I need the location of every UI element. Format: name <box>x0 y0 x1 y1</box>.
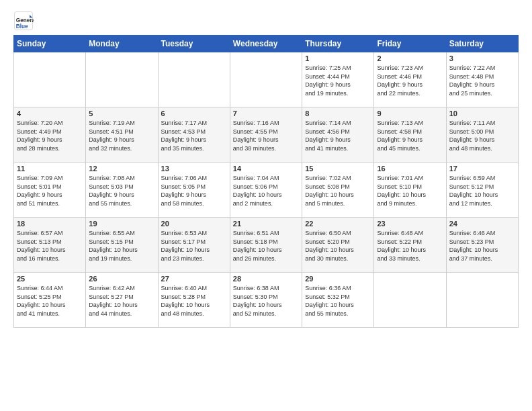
day-info: Sunrise: 7:23 AM Sunset: 4:46 PM Dayligh… <box>377 64 443 97</box>
day-info: Sunrise: 7:04 AM Sunset: 5:06 PM Dayligh… <box>233 174 299 208</box>
weekday-tuesday: Tuesday <box>158 36 230 52</box>
weekday-monday: Monday <box>86 36 158 52</box>
day-info: Sunrise: 6:40 AM Sunset: 5:28 PM Dayligh… <box>161 284 227 318</box>
day-number: 22 <box>305 220 371 228</box>
day-cell: 9Sunrise: 7:13 AM Sunset: 4:58 PM Daylig… <box>374 107 446 163</box>
day-number: 21 <box>233 220 299 228</box>
day-cell: 14Sunrise: 7:04 AM Sunset: 5:06 PM Dayli… <box>230 163 302 218</box>
day-number: 25 <box>17 275 83 283</box>
day-info: Sunrise: 6:53 AM Sunset: 5:17 PM Dayligh… <box>161 229 227 263</box>
day-info: Sunrise: 7:19 AM Sunset: 4:51 PM Dayligh… <box>89 119 154 152</box>
day-info: Sunrise: 7:14 AM Sunset: 4:56 PM Dayligh… <box>305 119 371 152</box>
day-cell: 24Sunrise: 6:46 AM Sunset: 5:23 PM Dayli… <box>446 218 518 273</box>
day-cell: 21Sunrise: 6:51 AM Sunset: 5:18 PM Dayli… <box>230 218 302 273</box>
week-row-5: 25Sunrise: 6:44 AM Sunset: 5:25 PM Dayli… <box>14 273 519 328</box>
day-info: Sunrise: 6:46 AM Sunset: 5:23 PM Dayligh… <box>449 229 515 263</box>
weekday-sunday: Sunday <box>14 36 86 52</box>
day-number: 23 <box>377 220 443 228</box>
day-cell: 25Sunrise: 6:44 AM Sunset: 5:25 PM Dayli… <box>14 273 86 328</box>
day-number: 15 <box>305 165 371 173</box>
day-cell: 17Sunrise: 6:59 AM Sunset: 5:12 PM Dayli… <box>446 163 518 218</box>
day-cell: 2Sunrise: 7:23 AM Sunset: 4:46 PM Daylig… <box>374 52 446 107</box>
week-row-3: 11Sunrise: 7:09 AM Sunset: 5:01 PM Dayli… <box>14 163 519 218</box>
day-number: 19 <box>89 220 154 228</box>
calendar-header: SundayMondayTuesdayWednesdayThursdayFrid… <box>14 36 519 52</box>
day-cell: 27Sunrise: 6:40 AM Sunset: 5:28 PM Dayli… <box>158 273 230 328</box>
day-number: 13 <box>161 165 227 173</box>
day-number: 2 <box>377 54 443 62</box>
day-info: Sunrise: 7:08 AM Sunset: 5:03 PM Dayligh… <box>89 174 154 208</box>
day-info: Sunrise: 7:17 AM Sunset: 4:53 PM Dayligh… <box>161 119 227 152</box>
day-info: Sunrise: 7:20 AM Sunset: 4:49 PM Dayligh… <box>17 119 83 152</box>
day-info: Sunrise: 7:22 AM Sunset: 4:48 PM Dayligh… <box>449 64 515 97</box>
day-number: 3 <box>449 54 515 62</box>
day-number: 28 <box>233 275 299 283</box>
day-number: 10 <box>449 109 515 118</box>
day-cell: 20Sunrise: 6:53 AM Sunset: 5:17 PM Dayli… <box>158 218 230 273</box>
day-number: 24 <box>449 220 515 228</box>
weekday-row: SundayMondayTuesdayWednesdayThursdayFrid… <box>14 36 519 52</box>
weekday-wednesday: Wednesday <box>230 36 302 52</box>
week-row-4: 18Sunrise: 6:57 AM Sunset: 5:13 PM Dayli… <box>14 218 519 273</box>
day-number: 1 <box>305 54 371 62</box>
day-info: Sunrise: 6:48 AM Sunset: 5:22 PM Dayligh… <box>377 229 443 263</box>
day-cell: 22Sunrise: 6:50 AM Sunset: 5:20 PM Dayli… <box>302 218 374 273</box>
day-cell: 12Sunrise: 7:08 AM Sunset: 5:03 PM Dayli… <box>86 163 158 218</box>
day-cell: 13Sunrise: 7:06 AM Sunset: 5:05 PM Dayli… <box>158 163 230 218</box>
day-number: 7 <box>233 109 299 118</box>
day-info: Sunrise: 7:11 AM Sunset: 5:00 PM Dayligh… <box>449 119 515 152</box>
day-cell: 28Sunrise: 6:38 AM Sunset: 5:30 PM Dayli… <box>230 273 302 328</box>
weekday-friday: Friday <box>374 36 446 52</box>
day-cell: 10Sunrise: 7:11 AM Sunset: 5:00 PM Dayli… <box>446 107 518 163</box>
day-cell: 18Sunrise: 6:57 AM Sunset: 5:13 PM Dayli… <box>14 218 86 273</box>
day-info: Sunrise: 6:36 AM Sunset: 5:32 PM Dayligh… <box>305 284 371 318</box>
day-cell: 29Sunrise: 6:36 AM Sunset: 5:32 PM Dayli… <box>302 273 374 328</box>
day-cell <box>230 52 302 107</box>
day-number: 17 <box>449 165 515 173</box>
day-number: 20 <box>161 220 227 228</box>
day-cell: 15Sunrise: 7:02 AM Sunset: 5:08 PM Dayli… <box>302 163 374 218</box>
day-cell <box>446 273 518 328</box>
day-number: 26 <box>89 275 154 283</box>
weekday-thursday: Thursday <box>302 36 374 52</box>
day-info: Sunrise: 7:16 AM Sunset: 4:55 PM Dayligh… <box>233 119 299 152</box>
day-cell: 23Sunrise: 6:48 AM Sunset: 5:22 PM Dayli… <box>374 218 446 273</box>
day-cell: 11Sunrise: 7:09 AM Sunset: 5:01 PM Dayli… <box>14 163 86 218</box>
day-number: 8 <box>305 109 371 118</box>
day-info: Sunrise: 7:06 AM Sunset: 5:05 PM Dayligh… <box>161 174 227 208</box>
day-info: Sunrise: 6:50 AM Sunset: 5:20 PM Dayligh… <box>305 229 371 263</box>
day-number: 16 <box>377 165 443 173</box>
day-info: Sunrise: 6:44 AM Sunset: 5:25 PM Dayligh… <box>17 284 83 318</box>
logo: General Blue <box>13 11 35 31</box>
day-cell: 4Sunrise: 7:20 AM Sunset: 4:49 PM Daylig… <box>14 107 86 163</box>
week-row-2: 4Sunrise: 7:20 AM Sunset: 4:49 PM Daylig… <box>14 107 519 163</box>
day-cell: 5Sunrise: 7:19 AM Sunset: 4:51 PM Daylig… <box>86 107 158 163</box>
day-info: Sunrise: 7:13 AM Sunset: 4:58 PM Dayligh… <box>377 119 443 152</box>
day-cell: 1Sunrise: 7:25 AM Sunset: 4:44 PM Daylig… <box>302 52 374 107</box>
calendar-body: 1Sunrise: 7:25 AM Sunset: 4:44 PM Daylig… <box>14 52 519 328</box>
day-number: 9 <box>377 109 443 118</box>
day-info: Sunrise: 6:57 AM Sunset: 5:13 PM Dayligh… <box>17 229 83 263</box>
day-number: 14 <box>233 165 299 173</box>
day-number: 4 <box>17 109 83 118</box>
day-cell: 7Sunrise: 7:16 AM Sunset: 4:55 PM Daylig… <box>230 107 302 163</box>
day-cell: 16Sunrise: 7:01 AM Sunset: 5:10 PM Dayli… <box>374 163 446 218</box>
day-info: Sunrise: 6:42 AM Sunset: 5:27 PM Dayligh… <box>89 284 154 318</box>
day-number: 6 <box>161 109 227 118</box>
day-info: Sunrise: 6:38 AM Sunset: 5:30 PM Dayligh… <box>233 284 299 318</box>
day-info: Sunrise: 7:25 AM Sunset: 4:44 PM Dayligh… <box>305 64 371 97</box>
week-row-1: 1Sunrise: 7:25 AM Sunset: 4:44 PM Daylig… <box>14 52 519 107</box>
logo-icon: General Blue <box>13 11 34 31</box>
day-cell <box>86 52 158 107</box>
svg-text:General: General <box>16 17 34 24</box>
day-cell: 8Sunrise: 7:14 AM Sunset: 4:56 PM Daylig… <box>302 107 374 163</box>
day-number: 27 <box>161 275 227 283</box>
day-info: Sunrise: 6:51 AM Sunset: 5:18 PM Dayligh… <box>233 229 299 263</box>
header-row: General Blue <box>13 11 519 31</box>
day-cell: 26Sunrise: 6:42 AM Sunset: 5:27 PM Dayli… <box>86 273 158 328</box>
day-cell <box>158 52 230 107</box>
weekday-saturday: Saturday <box>446 36 518 52</box>
day-info: Sunrise: 6:59 AM Sunset: 5:12 PM Dayligh… <box>449 174 515 208</box>
day-cell <box>14 52 86 107</box>
day-info: Sunrise: 7:02 AM Sunset: 5:08 PM Dayligh… <box>305 174 371 208</box>
